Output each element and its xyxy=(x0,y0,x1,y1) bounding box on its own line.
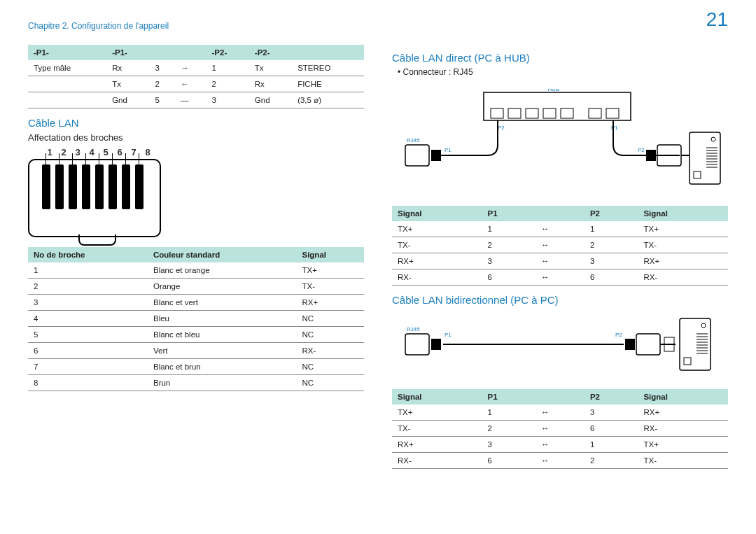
cell: 2 xyxy=(482,237,536,253)
cell: Blanc et bleu xyxy=(148,327,297,343)
cell: Brun xyxy=(148,375,297,391)
cell xyxy=(28,92,106,108)
page-number: 21 xyxy=(706,8,728,31)
cell xyxy=(28,76,106,92)
th xyxy=(175,45,206,60)
pin-label: 3 xyxy=(73,147,83,157)
cell: RX- xyxy=(638,269,728,286)
th: Signal xyxy=(638,389,728,405)
svg-text:RJ45: RJ45 xyxy=(407,137,420,143)
section-lan-cable: Câble LAN xyxy=(28,117,364,129)
svg-text:P2: P2 xyxy=(638,147,645,153)
cell: 3 xyxy=(149,60,174,76)
cell: 3 xyxy=(206,92,249,108)
svg-rect-16 xyxy=(646,150,656,161)
pin-label: 6 xyxy=(115,147,125,157)
cell: Blanc et brun xyxy=(148,359,297,375)
svg-rect-6 xyxy=(561,108,573,118)
cell: ↔ xyxy=(536,437,584,453)
th: P2 xyxy=(584,206,638,221)
cell: Gnd xyxy=(106,92,149,108)
svg-text:RJ45: RJ45 xyxy=(407,326,420,332)
th: Signal xyxy=(392,389,482,405)
svg-rect-3 xyxy=(508,108,521,118)
svg-rect-40 xyxy=(680,318,710,370)
svg-point-41 xyxy=(701,323,706,328)
cell: 4 xyxy=(28,311,148,327)
cell: TX- xyxy=(296,279,364,295)
cell: Tx xyxy=(106,76,149,92)
cell: 8 xyxy=(28,375,148,391)
diagram-pc-to-hub: HUB P2 P1 RJ45 P1 xyxy=(392,84,728,202)
cell: 1 xyxy=(28,262,148,279)
cell: TX- xyxy=(638,237,728,253)
cell: — xyxy=(175,92,206,108)
cell: Rx xyxy=(249,76,292,92)
svg-rect-8 xyxy=(606,108,619,118)
pin-label: 5 xyxy=(101,147,111,157)
left-column: -P1- -P1- -P2- -P2- Type mâle Rx 3 → 1 T… xyxy=(28,45,364,477)
th: Signal xyxy=(296,247,364,262)
cell: 5 xyxy=(149,92,174,108)
cell: 6 xyxy=(482,269,536,286)
svg-text:P1: P1 xyxy=(444,147,451,153)
svg-rect-12 xyxy=(431,150,441,161)
th: -P2- xyxy=(249,45,292,60)
cell: TX+ xyxy=(296,262,364,279)
cell: RX- xyxy=(392,269,482,286)
pin-label: 1 xyxy=(45,147,55,157)
cell: RX+ xyxy=(392,253,482,269)
subsection-pin-assignment: Affectation des broches xyxy=(28,132,364,143)
cell: Rx xyxy=(106,60,149,76)
th: -P2- xyxy=(206,45,249,60)
pin-color-table: No de broche Couleur standard Signal 1Bl… xyxy=(28,247,364,391)
cell: RX+ xyxy=(296,295,364,311)
th xyxy=(536,206,584,221)
svg-text:HUB: HUB xyxy=(548,89,560,92)
svg-rect-11 xyxy=(405,145,429,166)
diagram-pc-to-pc: RJ45 P1 P2 xyxy=(392,309,728,385)
cell: ↔ xyxy=(536,221,584,237)
cell: RX+ xyxy=(638,253,728,269)
svg-rect-2 xyxy=(491,108,503,118)
cell: Vert xyxy=(148,343,297,359)
th xyxy=(149,45,174,60)
cell: 6 xyxy=(584,421,638,437)
cell: ↔ xyxy=(536,269,584,286)
right-column: Câble LAN direct (PC à HUB) Connecteur :… xyxy=(392,45,728,477)
cell: NC xyxy=(296,359,364,375)
cell: 1 xyxy=(206,60,249,76)
svg-rect-28 xyxy=(694,171,701,178)
cell: STEREO xyxy=(292,60,364,76)
svg-rect-36 xyxy=(636,334,660,355)
cell: ↔ xyxy=(536,453,584,469)
svg-text:P1: P1 xyxy=(444,332,451,338)
svg-rect-30 xyxy=(405,334,429,355)
pin-label: 4 xyxy=(87,147,97,157)
cell: NC xyxy=(296,327,364,343)
cell: 2 xyxy=(482,421,536,437)
cell: NC xyxy=(296,311,364,327)
svg-text:P2: P2 xyxy=(615,332,622,338)
th: No de broche xyxy=(28,247,148,262)
th: Signal xyxy=(638,206,728,221)
th: P2 xyxy=(584,389,638,405)
cell: 5 xyxy=(28,327,148,343)
cell: 6 xyxy=(482,453,536,469)
cell: 3 xyxy=(584,253,638,269)
th xyxy=(292,45,364,60)
svg-rect-31 xyxy=(431,339,441,350)
cell: ↔ xyxy=(536,253,584,269)
cell: 7 xyxy=(28,359,148,375)
cell: ↔ xyxy=(536,237,584,253)
svg-text:P2: P2 xyxy=(498,125,505,131)
svg-rect-35 xyxy=(625,339,635,350)
cell: TX- xyxy=(392,421,482,437)
chapter-title: Chapitre 2. Configuration de l'appareil xyxy=(28,21,169,31)
cell: 2 xyxy=(206,76,249,92)
cell: 3 xyxy=(482,437,536,453)
cell: 2 xyxy=(584,237,638,253)
th: -P1- xyxy=(106,45,149,60)
cell: 3 xyxy=(28,295,148,311)
cell: Blanc et vert xyxy=(148,295,297,311)
